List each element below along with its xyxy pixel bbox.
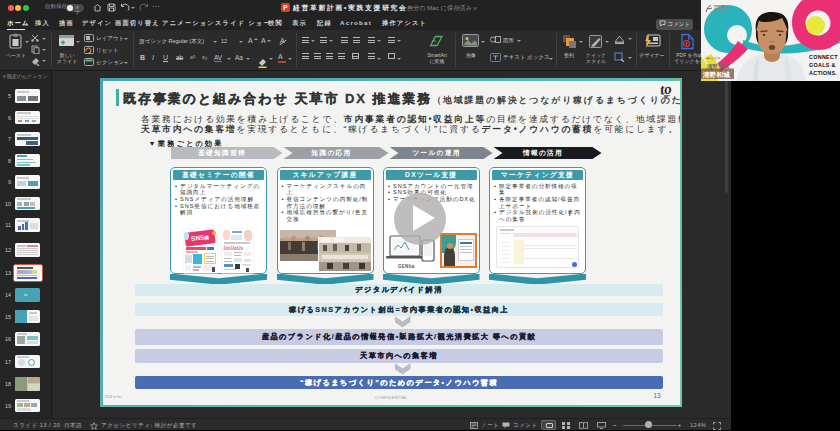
svg-text:CONNECT: CONNECT bbox=[809, 54, 838, 60]
svg-text:清野和城: 清野和城 bbox=[703, 71, 730, 79]
svg-text:ACTIONS.: ACTIONS. bbox=[809, 70, 837, 76]
svg-text:GOALS &: GOALS & bbox=[809, 62, 836, 68]
svg-text:株式会社 to: 株式会社 to bbox=[706, 56, 721, 60]
